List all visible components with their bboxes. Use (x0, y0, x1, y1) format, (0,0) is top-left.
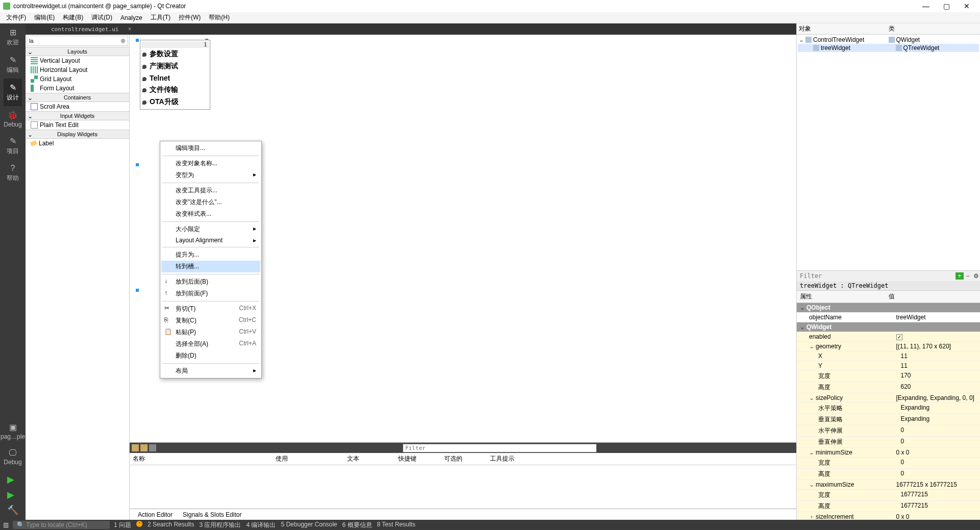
output-pane-button[interactable]: 5 Debugger Console (281, 521, 337, 529)
add-property-icon[interactable]: + (955, 272, 964, 280)
action-column-header[interactable]: 可选的 (444, 455, 490, 463)
context-menu-item[interactable]: 删除(D) (161, 350, 260, 362)
property-value[interactable] (889, 322, 981, 332)
menu-item[interactable]: 编辑(E) (30, 12, 59, 23)
property-value[interactable] (889, 303, 981, 312)
expand-icon[interactable]: ⌄ (809, 481, 814, 488)
menu-item[interactable]: Analyze (116, 13, 146, 22)
context-menu-item[interactable]: 改变对象名称... (161, 158, 260, 169)
widget-item[interactable]: Grid Layout (26, 74, 129, 84)
widget-item[interactable]: Vertical Layout (26, 56, 129, 65)
menu-item[interactable]: 帮助(H) (205, 12, 234, 23)
property-row[interactable]: 高度0 (797, 469, 980, 480)
property-value[interactable]: 0 (898, 425, 981, 436)
property-category[interactable]: ⌄QObject (797, 303, 980, 313)
new-action-icon[interactable] (132, 444, 139, 451)
property-row[interactable]: ⌄maximumSize16777215 x 16777215 (797, 480, 980, 490)
expand-icon[interactable]: ⌄ (799, 36, 804, 43)
property-row[interactable]: ⌄geometry[(11, 11), 170 x 620] (797, 342, 980, 351)
property-row[interactable]: 宽度170 (797, 371, 980, 382)
tree-item[interactable]: Telnet (141, 72, 209, 84)
action-column-header[interactable]: 快捷键 (398, 455, 444, 463)
action-column-header[interactable]: 文本 (347, 455, 398, 463)
action-tab[interactable]: Signals & Slots Editor (178, 510, 247, 520)
widget-search-input[interactable] (29, 38, 120, 44)
context-menu-item[interactable]: ⎘复制(C)Ctrl+C (161, 315, 260, 326)
mode-设计[interactable]: ✎设计 (4, 79, 21, 106)
menu-item[interactable]: 文件(F) (2, 12, 30, 23)
output-pane-button[interactable]: 8 Test Results (377, 521, 415, 529)
run-icon[interactable]: ▶ (7, 474, 18, 485)
property-row[interactable]: 宽度16777215 (797, 490, 980, 501)
action-column-header[interactable]: 名称 (133, 455, 276, 463)
property-value[interactable]: [(11, 11), 170 x 620] (893, 342, 981, 351)
clear-search-icon[interactable]: ⊗ (120, 37, 126, 44)
property-value[interactable]: ✓ (893, 332, 981, 341)
context-menu-item[interactable]: 提升为... (161, 249, 260, 261)
context-menu-item[interactable]: 布局▸ (161, 365, 260, 377)
context-menu-item[interactable]: 变型为▸ (161, 169, 260, 181)
object-row[interactable]: ⌄ControlTreeWidgetQWidget (798, 36, 979, 44)
tree-item[interactable]: 参数设置 (141, 48, 209, 60)
context-menu-item[interactable]: ↑放到前面(F) (161, 288, 260, 299)
tree-item[interactable]: 产测测试 (141, 60, 209, 72)
property-row[interactable]: 水平伸展0 (797, 425, 980, 437)
debug-run-icon[interactable]: ▶ (7, 489, 18, 500)
property-value[interactable]: [Expanding, Expanding, 0, 0] (893, 393, 981, 402)
context-menu-item[interactable]: ↓放到后面(B) (161, 276, 260, 288)
property-row[interactable]: 水平策略Expanding (797, 403, 980, 414)
widget-group-header[interactable]: ⌄Containers (26, 93, 129, 102)
property-row[interactable]: Y11 (797, 361, 980, 371)
project-selector[interactable]: ▣ pag…ple (0, 418, 26, 444)
context-menu-item[interactable]: 选择全部(A)Ctrl+A (161, 338, 260, 350)
action-tab[interactable]: Action Editor (133, 510, 178, 520)
property-value[interactable]: Expanding (898, 403, 981, 414)
property-value[interactable]: 16777215 x 16777215 (893, 480, 981, 489)
action-column-header[interactable]: 工具提示 (490, 455, 561, 463)
widget-item[interactable]: Plain Text Edit (26, 120, 129, 130)
property-value[interactable]: 0 (898, 469, 981, 479)
menu-item[interactable]: 调试(D) (87, 12, 116, 23)
property-row[interactable]: ›sizeIncrement0 x 0 (797, 512, 980, 520)
widget-group-header[interactable]: ⌄Display Widgets (26, 130, 129, 139)
context-menu-item[interactable]: 改变工具提示... (161, 185, 260, 196)
context-menu-item[interactable]: Layout Alignment▸ (161, 235, 260, 245)
widget-group-header[interactable]: ⌄Layouts (26, 47, 129, 56)
property-row[interactable]: 垂直伸展0 (797, 437, 980, 448)
minimize-button[interactable]: — (916, 2, 936, 10)
property-value[interactable]: 16777215 (898, 501, 981, 512)
property-value[interactable]: 16777215 (898, 490, 981, 500)
property-row[interactable]: objectNametreeWidget (797, 313, 980, 322)
output-pane-button[interactable]: 6 概要信息 (342, 521, 372, 529)
output-pane-button[interactable]: 4 编译输出 (246, 521, 276, 529)
property-value[interactable]: 11 (898, 361, 981, 370)
checkbox-icon[interactable]: ✓ (896, 334, 902, 340)
delete-action-icon[interactable] (149, 444, 156, 451)
widget-search[interactable]: ⊗ (27, 36, 128, 46)
property-value[interactable]: 0 (898, 458, 981, 468)
property-value[interactable]: treeWidget (893, 313, 981, 322)
tab-close-icon[interactable]: × (128, 26, 131, 33)
property-value[interactable]: 0 x 0 (893, 448, 981, 457)
close-button[interactable]: ✕ (957, 2, 977, 10)
property-row[interactable]: enabled✓ (797, 332, 980, 342)
context-menu-item[interactable]: 改变样式表... (161, 208, 260, 220)
tree-widget-preview[interactable]: 1 参数设置产测测试Telnet文件传输OTA升级 (140, 40, 210, 110)
property-value[interactable]: Expanding (898, 414, 981, 425)
property-editor[interactable]: ⌄QObjectobjectNametreeWidget⌄QWidgetenab… (797, 303, 980, 520)
context-menu-item[interactable]: 编辑项目... (161, 142, 260, 154)
tree-item[interactable]: 文件传输 (141, 84, 209, 96)
menu-item[interactable]: 工具(T) (146, 12, 175, 23)
property-value[interactable]: 0 x 0 (893, 512, 981, 520)
mode-编辑[interactable]: ✎编辑 (4, 51, 21, 79)
locator-input[interactable]: 🔍 Type to locate (Ctrl+K) (13, 521, 110, 529)
output-pane-button[interactable]: 3 应用程序输出 (199, 521, 241, 529)
property-row[interactable]: ⌄sizePolicy[Expanding, Expanding, 0, 0] (797, 393, 980, 403)
widget-group-header[interactable]: ⌄Input Widgets (26, 111, 129, 120)
context-menu-item[interactable]: 大小限定▸ (161, 223, 260, 235)
menu-item[interactable]: 控件(W) (175, 12, 205, 23)
context-menu-item[interactable]: 转到槽... (161, 261, 260, 272)
expand-icon[interactable]: ⌄ (809, 394, 814, 401)
context-menu-item[interactable]: ✂剪切(T)Ctrl+X (161, 303, 260, 315)
output-pane-button[interactable]: 2 Search Results (148, 521, 194, 529)
